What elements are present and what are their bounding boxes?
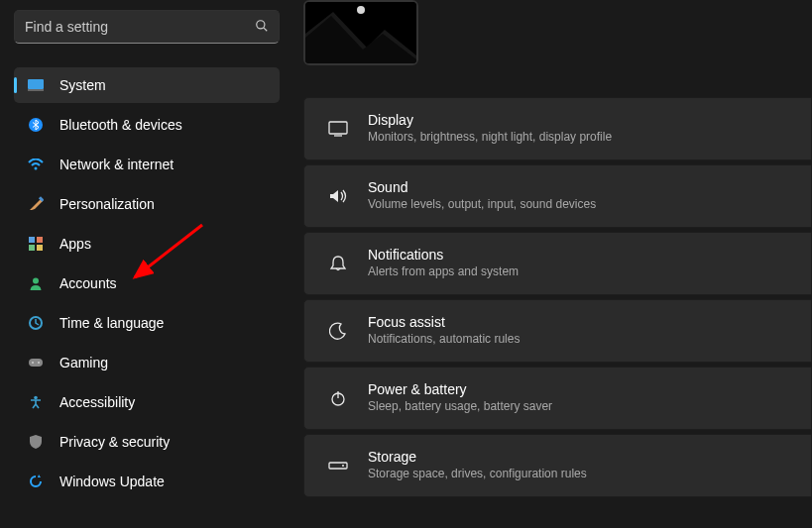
card-text: Sound Volume levels, output, input, soun…	[368, 179, 596, 212]
gamepad-icon	[28, 355, 44, 370]
sound-icon	[322, 188, 354, 204]
sidebar-item-label: Gaming	[59, 355, 108, 370]
bell-icon	[322, 255, 354, 272]
apps-icon	[28, 236, 44, 252]
svg-point-18	[357, 6, 365, 14]
sidebar-item-label: Windows Update	[59, 474, 165, 489]
svg-rect-13	[29, 359, 43, 367]
svg-point-15	[38, 362, 40, 364]
sidebar-item-label: Accounts	[59, 275, 117, 291]
settings-card-notifications[interactable]: Notifications Alerts from apps and syste…	[303, 232, 812, 295]
search-field[interactable]	[14, 10, 280, 44]
person-icon	[28, 275, 44, 291]
paintbrush-icon	[28, 196, 44, 212]
sidebar-item-system[interactable]: System	[14, 67, 280, 103]
desktop-preview-thumbnail[interactable]	[303, 0, 418, 65]
card-subtitle: Volume levels, output, input, sound devi…	[368, 197, 596, 213]
sidebar-item-label: Personalization	[59, 196, 155, 212]
power-icon	[322, 389, 354, 407]
settings-card-focus-assist[interactable]: Focus assist Notifications, automatic ru…	[303, 299, 812, 363]
settings-card-display[interactable]: Display Monitors, brightness, night ligh…	[303, 97, 812, 160]
card-title: Focus assist	[368, 314, 520, 332]
sidebar-item-gaming[interactable]: Gaming	[14, 345, 280, 380]
main-content: Display Monitors, brightness, night ligh…	[297, 0, 812, 528]
svg-point-26	[342, 465, 344, 467]
card-title: Display	[368, 112, 612, 130]
sidebar: System Bluetooth & devices Network & int…	[0, 0, 297, 528]
clock-globe-icon	[28, 315, 44, 331]
update-icon	[28, 474, 44, 489]
card-title: Sound	[368, 179, 596, 197]
wifi-icon	[28, 157, 44, 172]
display-icon	[322, 121, 354, 137]
svg-point-11	[33, 278, 39, 284]
search-input[interactable]	[25, 19, 255, 35]
card-title: Power & battery	[368, 381, 552, 399]
card-subtitle: Sleep, battery usage, battery saver	[368, 399, 552, 415]
sidebar-item-windows-update[interactable]: Windows Update	[14, 464, 280, 499]
shield-icon	[28, 434, 44, 450]
search-icon	[255, 19, 269, 36]
sidebar-item-label: Privacy & security	[59, 434, 170, 450]
card-subtitle: Storage space, drives, configuration rul…	[368, 467, 587, 482]
sidebar-item-label: Accessibility	[59, 394, 135, 410]
svg-rect-9	[29, 245, 35, 251]
sidebar-item-label: System	[59, 77, 106, 93]
sidebar-item-accounts[interactable]: Accounts	[14, 265, 280, 301]
card-text: Focus assist Notifications, automatic ru…	[368, 314, 520, 347]
sidebar-item-bluetooth-devices[interactable]: Bluetooth & devices	[14, 107, 280, 143]
accessibility-icon	[28, 394, 44, 410]
card-text: Display Monitors, brightness, night ligh…	[368, 112, 612, 145]
card-title: Notifications	[368, 247, 519, 264]
svg-rect-21	[329, 122, 347, 134]
svg-point-14	[32, 362, 34, 364]
sidebar-item-apps[interactable]: Apps	[14, 226, 280, 262]
moon-icon	[322, 322, 354, 340]
card-title: Storage	[368, 449, 587, 467]
storage-icon	[322, 460, 354, 472]
card-subtitle: Alerts from apps and system	[368, 264, 519, 280]
sidebar-item-accessibility[interactable]: Accessibility	[14, 384, 280, 420]
sidebar-item-privacy-security[interactable]: Privacy & security	[14, 424, 280, 460]
card-subtitle: Monitors, brightness, night light, displ…	[368, 130, 612, 146]
svg-rect-10	[37, 245, 43, 251]
svg-rect-8	[37, 237, 43, 243]
svg-rect-2	[28, 79, 44, 89]
bluetooth-icon	[28, 117, 44, 133]
card-text: Storage Storage space, drives, configura…	[368, 449, 587, 481]
sidebar-item-label: Time & language	[59, 315, 164, 331]
svg-point-0	[257, 20, 265, 28]
card-text: Power & battery Sleep, battery usage, ba…	[368, 381, 552, 414]
settings-window: System Bluetooth & devices Network & int…	[0, 0, 812, 528]
settings-card-sound[interactable]: Sound Volume levels, output, input, soun…	[303, 164, 812, 228]
svg-point-5	[35, 167, 38, 170]
settings-card-power-battery[interactable]: Power & battery Sleep, battery usage, ba…	[303, 367, 812, 430]
sidebar-item-time-language[interactable]: Time & language	[14, 305, 280, 341]
svg-rect-7	[29, 237, 35, 243]
sidebar-item-label: Apps	[59, 236, 91, 252]
settings-card-storage[interactable]: Storage Storage space, drives, configura…	[303, 434, 812, 497]
card-text: Notifications Alerts from apps and syste…	[368, 247, 519, 279]
sidebar-item-personalization[interactable]: Personalization	[14, 186, 280, 222]
sidebar-item-label: Bluetooth & devices	[59, 117, 182, 133]
svg-line-1	[264, 28, 267, 31]
svg-point-16	[34, 396, 38, 400]
sidebar-item-label: Network & internet	[59, 157, 174, 172]
system-icon	[28, 77, 44, 93]
card-subtitle: Notifications, automatic rules	[368, 332, 520, 348]
svg-rect-3	[28, 89, 44, 91]
sidebar-item-network-internet[interactable]: Network & internet	[14, 147, 280, 182]
svg-rect-25	[329, 463, 347, 469]
